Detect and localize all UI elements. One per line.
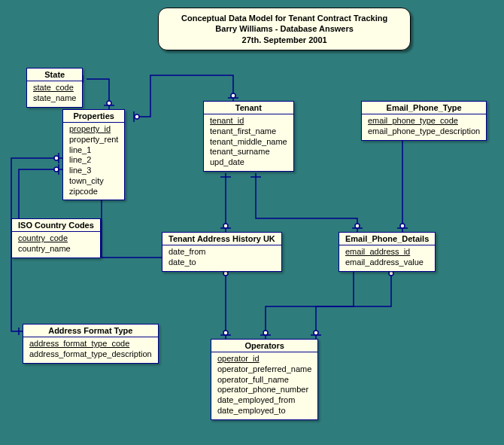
attr: email_phone_type_description — [368, 126, 480, 137]
attr: address_format_type_description — [29, 349, 152, 360]
entity-aft-header: Address Format Type — [23, 325, 158, 337]
svg-point-5 — [54, 167, 59, 172]
entity-ept: Email_Phone_Type email_phone_type_code e… — [361, 101, 487, 141]
attr: tenant_first_name — [210, 126, 287, 137]
attr: tenant_middle_name — [210, 137, 287, 148]
entity-state-header: State — [27, 69, 82, 81]
entity-tenant-header: Tenant — [204, 102, 293, 114]
svg-point-34 — [389, 271, 393, 276]
attr: line_3 — [69, 166, 118, 176]
diagram-title-box: Conceptual Data Model for Tenant Contrac… — [158, 8, 411, 50]
attr: upd_date — [210, 157, 287, 168]
attr: address_format_type_code — [29, 339, 152, 349]
attr: state_name — [33, 93, 76, 104]
title-line-1: Conceptual Data Model for Tenant Contrac… — [181, 13, 387, 23]
svg-point-20 — [223, 224, 228, 228]
attr: town_city — [69, 176, 118, 187]
attr: tenant_id — [210, 116, 287, 126]
entity-operators-header: Operators — [211, 340, 317, 352]
attr: country_code — [18, 233, 94, 244]
attr: email_address_id — [345, 247, 429, 258]
svg-point-23 — [355, 224, 360, 228]
entity-state-body: state_code state_name — [27, 81, 82, 107]
entity-aft: Address Format Type address_format_type_… — [23, 324, 159, 364]
entity-aft-body: address_format_type_code address_format_… — [23, 337, 158, 363]
entity-ept-body: email_phone_type_code email_phone_type_d… — [362, 114, 486, 140]
entity-state: State state_code state_name — [26, 68, 83, 108]
entity-tenant: Tenant tenant_id tenant_first_name tenan… — [203, 101, 294, 172]
entity-epd: Email_Phone_Details email_address_id ema… — [339, 232, 436, 272]
entity-operators-body: operator_id operator_preferred_name oper… — [211, 352, 317, 419]
entity-operators: Operators operator_id operator_preferred… — [211, 339, 318, 420]
entity-iso-header: ISO Country Codes — [12, 219, 100, 232]
attr: country_name — [18, 244, 94, 255]
svg-point-8 — [54, 156, 59, 160]
attr: operator_full_name — [217, 375, 311, 386]
entity-properties: Properties property_id property_rent lin… — [62, 109, 125, 200]
attr: zipcode — [69, 187, 118, 197]
svg-point-30 — [223, 271, 228, 276]
attr: date_employed_from — [217, 395, 311, 406]
attr: tenant_surname — [210, 147, 287, 157]
entity-iso: ISO Country Codes country_code country_n… — [11, 218, 101, 258]
attr: state_code — [33, 83, 76, 93]
entity-epd-body: email_address_id email_address_value — [339, 245, 435, 271]
svg-point-27 — [400, 224, 405, 228]
svg-point-16 — [231, 93, 235, 98]
entity-tah-body: date_from date_to — [162, 245, 281, 271]
attr: email_phone_type_code — [368, 116, 480, 126]
attr: date_to — [169, 258, 275, 268]
attr: line_2 — [69, 155, 118, 166]
entity-epd-header: Email_Phone_Details — [339, 233, 435, 245]
attr: operator_preferred_name — [217, 364, 311, 375]
attr: property_rent — [69, 135, 118, 145]
entity-properties-header: Properties — [63, 110, 124, 123]
svg-point-2 — [107, 101, 111, 105]
title-line-3: 27th. September 2001 — [181, 35, 387, 45]
entity-properties-body: property_id property_rent line_1 line_2 … — [63, 123, 124, 200]
entity-iso-body: country_code country_name — [12, 232, 100, 258]
entity-tah-header: Tenant Address History UK — [162, 233, 281, 245]
svg-point-36 — [314, 331, 318, 335]
entity-tah: Tenant Address History UK date_from date… — [162, 232, 282, 272]
svg-point-32 — [223, 331, 228, 335]
svg-point-38 — [263, 331, 268, 335]
attr: operator_phone_number — [217, 385, 311, 395]
entity-tenant-body: tenant_id tenant_first_name tenant_middl… — [204, 114, 293, 171]
svg-point-14 — [135, 114, 139, 119]
attr: operator_id — [217, 354, 311, 364]
attr: line_1 — [69, 145, 118, 156]
attr: email_address_value — [345, 258, 429, 268]
attr: date_from — [169, 247, 275, 258]
attr: property_id — [69, 124, 118, 135]
entity-ept-header: Email_Phone_Type — [362, 102, 486, 114]
attr: date_employed_to — [217, 406, 311, 416]
title-line-2: Barry Williams - Database Answers — [181, 23, 387, 34]
